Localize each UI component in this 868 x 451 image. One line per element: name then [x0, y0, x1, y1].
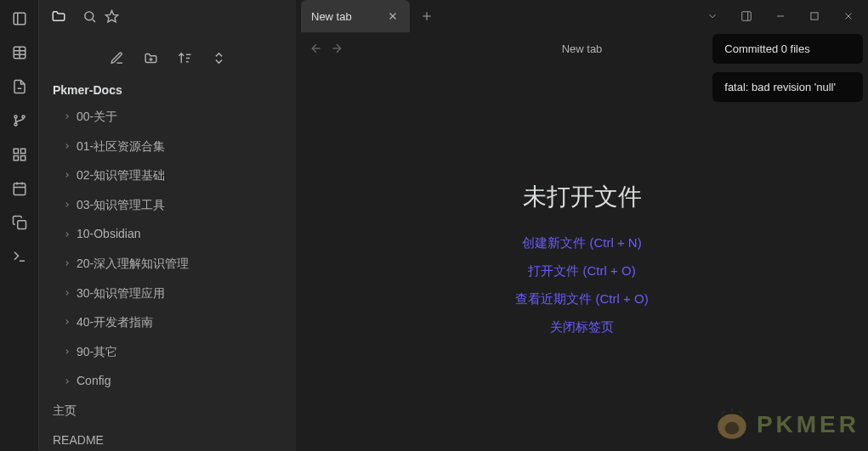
file-item[interactable]: README: [39, 426, 296, 451]
window-close-button[interactable]: [832, 3, 865, 29]
empty-action-recent[interactable]: 查看近期文件 (Ctrl + O): [515, 291, 648, 307]
watermark-logo: PKMER: [714, 407, 859, 443]
file-plus-icon[interactable]: [6, 73, 33, 100]
chevron-right-icon: [63, 289, 71, 297]
folder-item[interactable]: 20-深入理解知识管理: [39, 249, 296, 279]
folder-item[interactable]: 90-其它: [39, 337, 296, 367]
svg-rect-33: [742, 12, 752, 21]
window-maximize-button[interactable]: [798, 3, 831, 29]
svg-marker-22: [105, 10, 117, 21]
toast-message[interactable]: Committed 0 files: [712, 34, 863, 64]
folder-label: 20-深入理解知识管理: [77, 252, 189, 275]
window-minimize-button[interactable]: [764, 3, 797, 29]
close-icon[interactable]: [386, 9, 400, 23]
empty-action-close-tab[interactable]: 关闭标签页: [550, 319, 614, 335]
svg-line-21: [92, 19, 94, 21]
logo-wordmark: PKMER: [757, 411, 859, 438]
empty-action-new[interactable]: 创建新文件 (Ctrl + N): [522, 235, 641, 251]
file-explorer-sidebar: Pkmer-Docs 00-关于01-社区资源合集02-知识管理基础03-知识管…: [39, 0, 296, 451]
folder-label: 10-Obsidian: [77, 223, 141, 245]
new-folder-icon[interactable]: [139, 47, 162, 69]
tab-title: New tab: [311, 10, 352, 23]
tab-new[interactable]: New tab: [301, 0, 410, 32]
chevron-right-icon: [63, 112, 71, 121]
table-icon[interactable]: [6, 39, 33, 66]
svg-rect-36: [811, 13, 818, 20]
star-icon[interactable]: [100, 5, 122, 27]
svg-point-42: [724, 422, 739, 435]
chevron-right-icon: [63, 142, 71, 150]
search-icon[interactable]: [78, 5, 100, 27]
empty-title: 未打开文件: [523, 181, 642, 213]
folder-item[interactable]: 30-知识管理应用: [39, 279, 296, 308]
notification-area: Committed 0 files fatal: bad revision 'n…: [712, 34, 863, 102]
svg-point-9: [22, 116, 25, 118]
svg-rect-10: [14, 149, 18, 153]
panel-right-icon[interactable]: [730, 3, 763, 29]
svg-rect-18: [17, 221, 26, 229]
expand-collapse-icon[interactable]: [207, 47, 230, 69]
svg-point-7: [14, 116, 17, 118]
new-note-icon[interactable]: [105, 47, 128, 69]
nav-back-icon[interactable]: [306, 38, 326, 59]
svg-rect-0: [14, 13, 26, 25]
calendar-icon[interactable]: [6, 175, 33, 202]
sidebar-toolbar: [39, 41, 296, 75]
svg-rect-14: [14, 183, 26, 195]
folder-label: 01-社区资源合集: [77, 135, 165, 158]
empty-action-open[interactable]: 打开文件 (Ctrl + O): [528, 263, 635, 279]
folder-item[interactable]: Config: [39, 366, 296, 396]
chevron-right-icon: [63, 171, 71, 179]
svg-point-20: [84, 11, 93, 20]
left-ribbon: [0, 0, 39, 451]
chevron-right-icon: [63, 377, 71, 386]
chevron-down-icon[interactable]: [696, 3, 729, 29]
folder-label: 30-知识管理应用: [77, 282, 165, 305]
vault-title[interactable]: Pkmer-Docs: [39, 78, 296, 102]
folder-label: 90-其它: [77, 341, 117, 364]
svg-rect-12: [20, 156, 25, 161]
folder-item[interactable]: 10-Obsidian: [39, 219, 296, 249]
folder-label: 40-开发者指南: [77, 311, 153, 334]
chevron-right-icon: [63, 347, 71, 356]
view-title: New tab: [562, 42, 603, 55]
folder-item[interactable]: 03-知识管理工具: [39, 190, 296, 220]
nav-forward-icon[interactable]: [326, 38, 347, 59]
folder-label: 03-知识管理工具: [77, 194, 165, 217]
window-controls: [696, 3, 868, 29]
chevron-right-icon: [63, 318, 71, 326]
folder-item[interactable]: 01-社区资源合集: [39, 132, 296, 161]
file-item[interactable]: 主页: [39, 396, 296, 426]
svg-point-8: [14, 123, 17, 126]
svg-line-45: [739, 410, 742, 414]
logo-icon: [714, 407, 750, 443]
new-tab-button[interactable]: [415, 4, 439, 28]
chevron-right-icon: [63, 230, 71, 239]
svg-line-43: [721, 410, 724, 414]
git-branch-icon[interactable]: [6, 107, 33, 134]
folder-item[interactable]: 00-关于: [39, 102, 296, 132]
empty-state: 未打开文件 创建新文件 (Ctrl + N) 打开文件 (Ctrl + O) 查…: [296, 65, 868, 451]
panel-left-icon[interactable]: [6, 5, 33, 32]
folder-item[interactable]: 40-开发者指南: [39, 307, 296, 337]
terminal-icon[interactable]: [6, 243, 33, 270]
file-tree: Pkmer-Docs 00-关于01-社区资源合集02-知识管理基础03-知识管…: [39, 75, 296, 451]
copy-icon[interactable]: [6, 209, 33, 236]
grid-icon[interactable]: [6, 141, 33, 168]
folder-label: Config: [77, 369, 111, 392]
svg-rect-13: [14, 156, 18, 161]
chevron-right-icon: [63, 259, 71, 268]
folder-label: 02-知识管理基础: [77, 164, 165, 187]
svg-rect-11: [20, 149, 25, 153]
sort-icon[interactable]: [173, 47, 196, 69]
folder-open-icon[interactable]: [39, 0, 78, 32]
toast-message[interactable]: fatal: bad revision 'null': [712, 72, 863, 102]
tab-bar: New tab: [296, 0, 868, 32]
chevron-right-icon: [63, 200, 71, 209]
folder-label: 00-关于: [77, 105, 117, 128]
folder-item[interactable]: 02-知识管理基础: [39, 161, 296, 190]
